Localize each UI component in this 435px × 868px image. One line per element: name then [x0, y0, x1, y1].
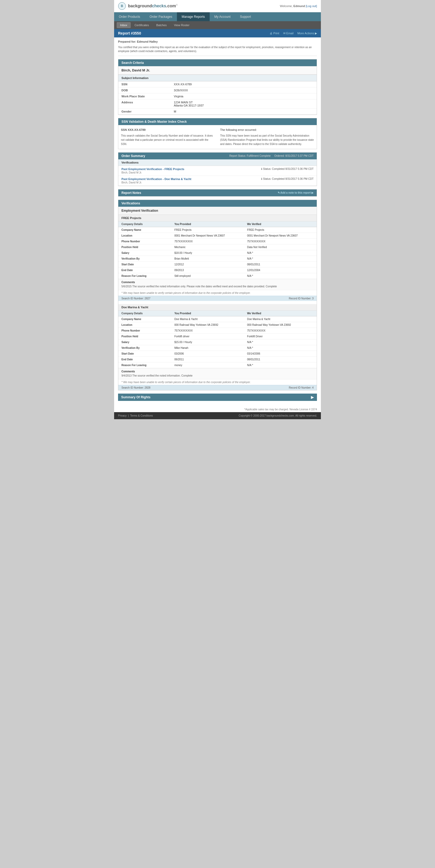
- main-nav: Order Products Order Packages Manage Rep…: [114, 12, 321, 21]
- row-position-label: Position Held: [118, 244, 171, 250]
- gender-value: M: [174, 110, 314, 113]
- error-title: The following error occurred:: [220, 128, 314, 132]
- verification-item-2: Past Employment Verification - Doe Marin…: [118, 176, 317, 186]
- row-salary-label: Salary: [118, 250, 171, 256]
- comments-text-1: 5/6/2015 The source verified the noted i…: [121, 284, 314, 288]
- address-value: 1234 MAIN STAtlanta GA 30117-1937: [174, 101, 314, 107]
- row-start-date-label: Start Date: [118, 261, 171, 267]
- col-header-you-2: You Provided: [171, 311, 244, 316]
- table-row: End Date 06/2011 08/01/2011: [118, 356, 317, 362]
- row2-reason-label: Reason For Leaving: [118, 362, 171, 368]
- ssn-label: SSN: [121, 83, 174, 86]
- comments-text-2: 9/4/2013 The source verified the noted i…: [121, 374, 314, 378]
- add-note-link[interactable]: ✎ Add a note to this report ▶: [278, 191, 314, 194]
- logout-link[interactable]: [Log out]: [306, 4, 317, 8]
- row2-position-verified: Forklift Driver: [244, 333, 317, 339]
- search-id-2: Search ID Number: 2828: [121, 386, 151, 389]
- nav-my-account[interactable]: My Account: [210, 12, 235, 21]
- verification-item-2-header: Past Employment Verification - Doe Marin…: [121, 178, 314, 181]
- row2-location-provided: 000 Railroad Way Yorktown VA 23692: [171, 322, 244, 328]
- table-row: Start Date 12/2012 08/01/2011: [118, 261, 317, 267]
- row2-position-provided: Forklift driver: [171, 333, 244, 339]
- print-icon: 🖨: [270, 32, 273, 35]
- sub-nav: Inbox Certificates Batches View Roster: [114, 21, 321, 29]
- verifications-subheader: Verifications: [118, 159, 317, 166]
- terms-link[interactable]: Terms & Conditions: [130, 414, 153, 417]
- copyright: Copyright © 2000-2017 backgroundchecks.c…: [239, 414, 317, 417]
- row2-salary-verified: N/A *: [244, 339, 317, 345]
- welcome-text: Welcome, Edmund [Log out]: [280, 4, 317, 8]
- row2-position-label: Position Held: [118, 333, 171, 339]
- company-1-title: FREE Projects: [118, 215, 317, 221]
- more-actions-icon: ▶: [315, 32, 317, 35]
- nav-support[interactable]: Support: [235, 12, 256, 21]
- verification-item-1: Past Employment Verification - FREE Proj…: [118, 166, 317, 176]
- row-phone-provided: 757XXXXXXXX: [171, 238, 244, 244]
- welcome-label: Welcome,: [280, 4, 293, 8]
- verification-item-1-subject: Birch, David M Jr.: [121, 171, 314, 174]
- workplace-value: Virginia: [174, 95, 314, 98]
- company-2-table-header: Company Details You Provided We Verified: [118, 311, 317, 316]
- verification-item-2-subject: Birch, David M Jr.: [121, 181, 314, 184]
- record-id-2: Record ID Number: 4: [289, 386, 314, 389]
- row2-end-date-verified: 08/01/2011: [244, 356, 317, 362]
- report-notes-header: Report Notes ✎ Add a note to this report…: [118, 189, 317, 196]
- subnav-certificates[interactable]: Certificates: [131, 22, 152, 28]
- email-label: Email: [286, 32, 294, 35]
- row-phone-label: Phone Number: [118, 238, 171, 244]
- report-notes-block: Report Notes ✎ Add a note to this report…: [118, 189, 317, 196]
- ssn-header: SSN Validation & Death Master Index Chec…: [118, 118, 317, 125]
- report-actions: 🖨 Print ✉ Email More Actions ▶: [270, 32, 317, 35]
- row2-salary-label: Salary: [118, 339, 171, 345]
- row-end-date-label: End Date: [118, 267, 171, 273]
- privacy-link[interactable]: Privacy: [118, 414, 127, 417]
- row2-reason-verified: N/A *: [244, 362, 317, 368]
- row2-company-name-label: Company Name: [118, 316, 171, 322]
- ssn-number: SSN XXX-XX-6789: [121, 128, 215, 132]
- comments-label-2: Comments: [121, 370, 314, 373]
- nav-manage-reports[interactable]: Manage Reports: [177, 12, 210, 21]
- expand-icon: ▶: [311, 191, 314, 194]
- order-summary-block: Order Summary Report Status: Fulfillment…: [118, 152, 317, 186]
- prepared-for: Prepared for: Edmund Halley: [118, 40, 317, 43]
- row2-verification-by-provided: Mike Hanah: [171, 345, 244, 351]
- row-start-date-provided: 12/2012: [171, 261, 244, 267]
- verification-item-1-header: Past Employment Verification - FREE Proj…: [121, 167, 314, 170]
- user-name: Edmund: [293, 4, 305, 8]
- main-content: Prepared for: Edmund Halley You certifie…: [114, 37, 321, 407]
- summary-of-rights[interactable]: Summary Of Rights ▶: [118, 394, 317, 401]
- subject-info: Subject Information SSN XXX-XX-6789 DOB …: [118, 74, 317, 115]
- error-text: This SSN may have been issued as part of…: [220, 134, 314, 146]
- subnav-inbox[interactable]: Inbox: [117, 22, 131, 28]
- col-header-details-2: Company Details: [118, 311, 171, 316]
- email-button[interactable]: ✉ Email: [283, 32, 294, 35]
- info-row-address: Address 1234 MAIN STAtlanta GA 30117-193…: [118, 99, 317, 108]
- row2-start-date-verified: 03/14/2006: [244, 351, 317, 356]
- subnav-view-roster[interactable]: View Roster: [170, 22, 193, 28]
- ssn-right: The following error occurred: This SSN m…: [220, 128, 314, 146]
- row-salary-verified: N/A *: [244, 250, 317, 256]
- search-id-bar-1: Search ID Number: 2827 Record ID Number:…: [118, 296, 317, 301]
- table-row: Phone Number 757XXXXXXXX 757XXXXXXXX: [118, 238, 317, 244]
- col-header-we: We Verified: [244, 221, 317, 227]
- info-row-workplace: Work Place State Virginia: [118, 93, 317, 99]
- nav-order-products[interactable]: Order Products: [114, 12, 145, 21]
- verifications-section-header: Verifications: [118, 200, 317, 207]
- info-row-dob: DOB 3/26/XXXX: [118, 87, 317, 93]
- search-id-bar-2: Search ID Number: 2828 Record ID Number:…: [118, 385, 317, 390]
- info-icon-2: ℹ: [261, 178, 262, 180]
- row2-phone-label: Phone Number: [118, 328, 171, 333]
- row-location-label: Location: [118, 232, 171, 238]
- logo: B backgroundchecks.com®: [118, 2, 178, 10]
- subnav-batches[interactable]: Batches: [153, 22, 170, 28]
- summary-rights-title: Summary Of Rights: [121, 395, 151, 399]
- company-1-table: Company Details You Provided We Verified…: [118, 221, 317, 279]
- nav-order-packages[interactable]: Order Packages: [145, 12, 177, 21]
- more-actions-button[interactable]: More Actions ▶: [297, 32, 317, 35]
- ssn-content: SSN XXX-XX-6789 This search validates th…: [118, 125, 317, 149]
- row-location-provided: 0001 Merchant Dr Newport News VA 23607: [171, 232, 244, 238]
- print-button[interactable]: 🖨 Print: [270, 32, 279, 35]
- svg-text:B: B: [121, 4, 123, 8]
- asterisk-note-1: * We may have been unable to verify cert…: [118, 290, 317, 296]
- col-header-you: You Provided: [171, 221, 244, 227]
